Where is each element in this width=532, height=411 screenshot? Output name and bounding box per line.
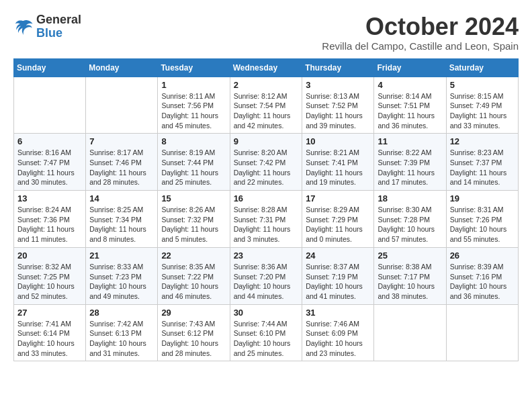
- header-thursday: Thursday: [302, 58, 374, 77]
- header-sunday: Sunday: [14, 58, 86, 77]
- table-row: 3Sunrise: 8:13 AM Sunset: 7:52 PM Daylig…: [302, 77, 374, 134]
- title-block: October 2024 Revilla del Campo, Castille…: [322, 13, 519, 52]
- header-tuesday: Tuesday: [158, 58, 230, 77]
- table-row: 30Sunrise: 7:44 AM Sunset: 6:10 PM Dayli…: [230, 304, 302, 361]
- logo: General Blue: [13, 13, 81, 40]
- table-row: 22Sunrise: 8:35 AM Sunset: 7:22 PM Dayli…: [158, 247, 230, 304]
- table-row: 25Sunrise: 8:38 AM Sunset: 7:17 PM Dayli…: [374, 247, 446, 304]
- table-row: 9Sunrise: 8:20 AM Sunset: 7:42 PM Daylig…: [230, 134, 302, 191]
- table-row: 26Sunrise: 8:39 AM Sunset: 7:16 PM Dayli…: [446, 247, 518, 304]
- table-row: 31Sunrise: 7:46 AM Sunset: 6:09 PM Dayli…: [302, 304, 374, 361]
- day-number: 26: [450, 250, 515, 261]
- table-row: 4Sunrise: 8:14 AM Sunset: 7:51 PM Daylig…: [374, 77, 446, 134]
- day-info: Sunrise: 8:15 AM Sunset: 7:49 PM Dayligh…: [450, 91, 515, 131]
- table-row: 12Sunrise: 8:23 AM Sunset: 7:37 PM Dayli…: [446, 134, 518, 191]
- day-info: Sunrise: 8:36 AM Sunset: 7:20 PM Dayligh…: [234, 262, 299, 302]
- day-number: 10: [306, 136, 370, 146]
- table-row: 8Sunrise: 8:19 AM Sunset: 7:44 PM Daylig…: [158, 134, 230, 191]
- table-row: 19Sunrise: 8:31 AM Sunset: 7:26 PM Dayli…: [446, 191, 518, 248]
- day-info: Sunrise: 8:16 AM Sunset: 7:47 PM Dayligh…: [17, 148, 82, 187]
- day-info: Sunrise: 8:35 AM Sunset: 7:22 PM Dayligh…: [161, 262, 226, 302]
- day-number: 20: [17, 250, 82, 261]
- day-info: Sunrise: 8:32 AM Sunset: 7:25 PM Dayligh…: [17, 262, 82, 302]
- day-info: Sunrise: 8:20 AM Sunset: 7:42 PM Dayligh…: [234, 148, 299, 187]
- day-number: 21: [89, 250, 154, 261]
- day-number: 23: [234, 250, 299, 261]
- table-row: 13Sunrise: 8:24 AM Sunset: 7:36 PM Dayli…: [14, 191, 86, 248]
- day-info: Sunrise: 7:44 AM Sunset: 6:10 PM Dayligh…: [234, 319, 299, 359]
- table-row: 14Sunrise: 8:25 AM Sunset: 7:34 PM Dayli…: [86, 191, 158, 248]
- day-info: Sunrise: 8:25 AM Sunset: 7:34 PM Dayligh…: [89, 205, 154, 244]
- calendar-week-row: 20Sunrise: 8:32 AM Sunset: 7:25 PM Dayli…: [14, 247, 519, 304]
- logo-bird-icon: [13, 17, 34, 37]
- table-row: 10Sunrise: 8:21 AM Sunset: 7:41 PM Dayli…: [302, 134, 374, 191]
- day-info: Sunrise: 8:13 AM Sunset: 7:52 PM Dayligh…: [306, 91, 370, 131]
- day-number: 28: [89, 308, 154, 318]
- day-number: 30: [234, 308, 299, 318]
- day-info: Sunrise: 8:23 AM Sunset: 7:37 PM Dayligh…: [450, 148, 515, 187]
- calendar-header-row: Sunday Monday Tuesday Wednesday Thursday…: [14, 58, 519, 77]
- day-number: 7: [89, 136, 154, 146]
- day-info: Sunrise: 8:39 AM Sunset: 7:16 PM Dayligh…: [450, 262, 515, 302]
- table-row: 17Sunrise: 8:29 AM Sunset: 7:29 PM Dayli…: [302, 191, 374, 248]
- day-number: 25: [378, 250, 442, 261]
- page-header: General Blue October 2024 Revilla del Ca…: [13, 13, 519, 52]
- table-row: 7Sunrise: 8:17 AM Sunset: 7:46 PM Daylig…: [86, 134, 158, 191]
- day-info: Sunrise: 8:28 AM Sunset: 7:31 PM Dayligh…: [234, 205, 299, 244]
- calendar-week-row: 6Sunrise: 8:16 AM Sunset: 7:47 PM Daylig…: [14, 134, 519, 191]
- day-info: Sunrise: 8:22 AM Sunset: 7:39 PM Dayligh…: [378, 148, 442, 187]
- table-row: 21Sunrise: 8:33 AM Sunset: 7:23 PM Dayli…: [86, 247, 158, 304]
- day-number: 6: [17, 136, 82, 146]
- day-info: Sunrise: 8:26 AM Sunset: 7:32 PM Dayligh…: [161, 205, 226, 244]
- day-info: Sunrise: 7:46 AM Sunset: 6:09 PM Dayligh…: [306, 319, 370, 359]
- table-row: [14, 77, 86, 134]
- header-saturday: Saturday: [446, 58, 518, 77]
- day-number: 22: [161, 250, 226, 261]
- day-info: Sunrise: 8:33 AM Sunset: 7:23 PM Dayligh…: [89, 262, 154, 302]
- table-row: 2Sunrise: 8:12 AM Sunset: 7:54 PM Daylig…: [230, 77, 302, 134]
- table-row: 24Sunrise: 8:37 AM Sunset: 7:19 PM Dayli…: [302, 247, 374, 304]
- table-row: 18Sunrise: 8:30 AM Sunset: 7:28 PM Dayli…: [374, 191, 446, 248]
- day-number: 1: [161, 80, 226, 90]
- day-number: 18: [378, 193, 442, 203]
- table-row: [86, 77, 158, 134]
- day-number: 19: [450, 193, 515, 203]
- table-row: 28Sunrise: 7:42 AM Sunset: 6:13 PM Dayli…: [86, 304, 158, 361]
- table-row: 23Sunrise: 8:36 AM Sunset: 7:20 PM Dayli…: [230, 247, 302, 304]
- month-title: October 2024: [322, 13, 519, 40]
- day-number: 9: [234, 136, 299, 146]
- day-number: 11: [378, 136, 442, 146]
- header-monday: Monday: [86, 58, 158, 77]
- logo-text: General Blue: [36, 13, 81, 40]
- day-info: Sunrise: 7:43 AM Sunset: 6:12 PM Dayligh…: [161, 319, 226, 359]
- day-info: Sunrise: 7:41 AM Sunset: 6:14 PM Dayligh…: [17, 319, 82, 359]
- day-info: Sunrise: 8:31 AM Sunset: 7:26 PM Dayligh…: [450, 205, 515, 244]
- table-row: 20Sunrise: 8:32 AM Sunset: 7:25 PM Dayli…: [14, 247, 86, 304]
- day-info: Sunrise: 8:30 AM Sunset: 7:28 PM Dayligh…: [378, 205, 442, 244]
- day-number: 5: [450, 80, 515, 90]
- day-number: 3: [306, 80, 370, 90]
- table-row: [374, 304, 446, 361]
- table-row: 15Sunrise: 8:26 AM Sunset: 7:32 PM Dayli…: [158, 191, 230, 248]
- calendar-week-row: 13Sunrise: 8:24 AM Sunset: 7:36 PM Dayli…: [14, 191, 519, 248]
- table-row: 5Sunrise: 8:15 AM Sunset: 7:49 PM Daylig…: [446, 77, 518, 134]
- calendar-table: Sunday Monday Tuesday Wednesday Thursday…: [13, 58, 519, 362]
- calendar-week-row: 1Sunrise: 8:11 AM Sunset: 7:56 PM Daylig…: [14, 77, 519, 134]
- table-row: 27Sunrise: 7:41 AM Sunset: 6:14 PM Dayli…: [14, 304, 86, 361]
- day-number: 15: [161, 193, 226, 203]
- day-number: 31: [306, 308, 370, 318]
- header-friday: Friday: [374, 58, 446, 77]
- day-info: Sunrise: 8:24 AM Sunset: 7:36 PM Dayligh…: [17, 205, 82, 244]
- table-row: 11Sunrise: 8:22 AM Sunset: 7:39 PM Dayli…: [374, 134, 446, 191]
- table-row: 1Sunrise: 8:11 AM Sunset: 7:56 PM Daylig…: [158, 77, 230, 134]
- day-number: 14: [89, 193, 154, 203]
- day-info: Sunrise: 8:38 AM Sunset: 7:17 PM Dayligh…: [378, 262, 442, 302]
- table-row: [446, 304, 518, 361]
- table-row: 6Sunrise: 8:16 AM Sunset: 7:47 PM Daylig…: [14, 134, 86, 191]
- table-row: 16Sunrise: 8:28 AM Sunset: 7:31 PM Dayli…: [230, 191, 302, 248]
- location: Revilla del Campo, Castille and Leon, Sp…: [322, 40, 519, 52]
- day-number: 24: [306, 250, 370, 261]
- day-info: Sunrise: 7:42 AM Sunset: 6:13 PM Dayligh…: [89, 319, 154, 359]
- day-info: Sunrise: 8:21 AM Sunset: 7:41 PM Dayligh…: [306, 148, 370, 187]
- day-number: 16: [234, 193, 299, 203]
